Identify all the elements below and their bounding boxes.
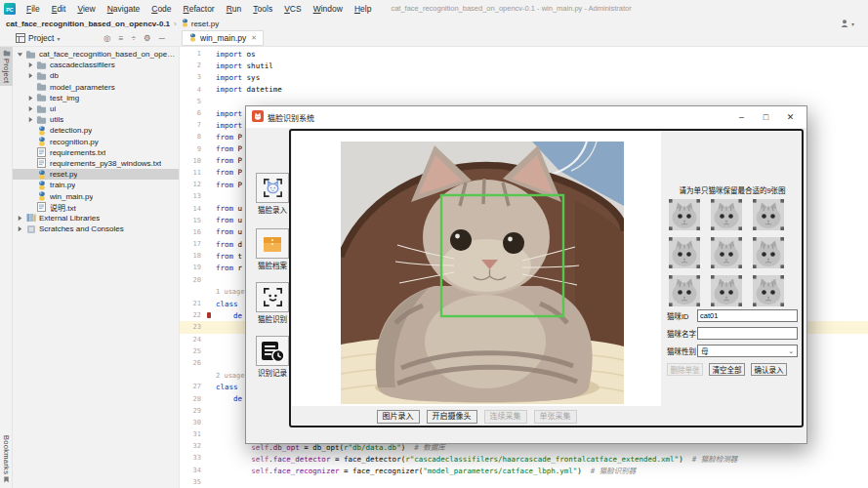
menu-help[interactable]: Help (349, 4, 377, 14)
camera-button-2[interactable]: 开启摄像头 (427, 410, 477, 424)
cat-gender-select[interactable]: 母 ⌄ (697, 345, 798, 357)
close-icon[interactable]: ✕ (251, 34, 257, 42)
vcs-user-menu[interactable]: ▾ (840, 19, 854, 28)
maximize-button[interactable]: □ (754, 106, 778, 128)
face-scan-icon (256, 282, 289, 312)
hide-panel-icon[interactable]: ─ (159, 33, 165, 43)
clear-all-button[interactable]: 清空全部 (709, 363, 745, 376)
tree-item-external-libraries[interactable]: External Libraries (13, 213, 179, 224)
menu-vcs[interactable]: VCS (278, 4, 307, 14)
tree-item-cascadeclassifilers[interactable]: cascadeclassifilers (13, 60, 179, 70)
camera-view (292, 132, 661, 406)
menu-run[interactable]: Run (221, 4, 248, 14)
confirm-entry-button[interactable]: 确认录入 (751, 363, 787, 376)
bookmark-marker-icon[interactable] (207, 312, 211, 318)
archive-box-icon (256, 228, 289, 259)
menu-view[interactable]: View (71, 4, 101, 14)
code-line-35: 35 (180, 476, 868, 488)
scratch-icon (24, 224, 37, 234)
tree-item-utils[interactable]: utils (13, 114, 179, 125)
tree-item-detection-py[interactable]: detection.py (13, 125, 179, 136)
project-toolwindow-header[interactable]: Project ▾ (16, 30, 60, 46)
cat-id-input[interactable] (697, 309, 798, 322)
cat-thumbnail-3[interactable] (753, 199, 784, 230)
code-line-2: 2import shutil (180, 60, 868, 71)
cat-gender-value: 母 (701, 346, 709, 356)
cat-info-form: 猫咪ID 猫咪名字 猫咪性别 母 ⌄ (667, 308, 798, 376)
txt-icon (35, 147, 48, 157)
sidebar-button-face-recognize[interactable]: 猫脸识别 (253, 282, 292, 324)
close-button[interactable]: ✕ (778, 106, 803, 128)
tree-item-recognition-py[interactable]: recognition.py (13, 137, 179, 147)
menu-code[interactable]: Code (145, 4, 177, 14)
cat-face-dialog: 猫脸识别系统 – □ ✕ 猫脸录入 (245, 105, 807, 444)
thumbnail-grid (669, 199, 784, 306)
breadcrumb-file-label: reset.py (191, 20, 219, 28)
cat-thumbnail-1[interactable] (669, 199, 700, 230)
tree-item-cat-face-recognition-based-on-opencv-0-1[interactable]: cat_face_recognition_based_on_opencv-0.1 (13, 49, 179, 60)
menu-bar: PC FileEditViewNavigateCodeRefactorRunTo… (0, 0, 868, 17)
code-line-34: 34 self.face_recognizer = face_recognize… (180, 465, 868, 476)
dialog-titlebar[interactable]: 猫脸识别系统 – □ ✕ (246, 106, 806, 128)
cat-thumbnail-8[interactable] (711, 275, 742, 306)
toolstrip-project-tab[interactable]: Project (0, 47, 13, 86)
chevron-down-icon: ▾ (57, 35, 60, 42)
expand-all-icon[interactable]: ≡ (118, 33, 123, 43)
sidebar-label: 猫脸识别 (253, 313, 292, 324)
settings-gear-icon[interactable]: ⚙ (144, 33, 151, 43)
sidebar-button-records[interactable]: 识别记录 (253, 336, 292, 378)
tree-item-test-img[interactable]: test_img (13, 93, 179, 103)
sidebar-button-face-entry[interactable]: 猫脸录入 (253, 173, 292, 215)
project-tree[interactable]: cat_face_recognition_based_on_opencv-0.1… (13, 47, 179, 488)
breadcrumb: cat_face_recognition_based_on_opencv-0.1… (0, 17, 868, 30)
locate-file-icon[interactable]: ◎ (103, 33, 110, 43)
breadcrumb-file[interactable]: reset.py (181, 19, 219, 29)
breadcrumb-project[interactable]: cat_face_recognition_based_on_opencv-0.1 (6, 20, 170, 28)
breadcrumb-separator: › (174, 20, 177, 28)
minimize-button[interactable]: – (729, 106, 754, 128)
toolstrip-bookmarks-tab[interactable]: Bookmarks (0, 432, 13, 486)
thumbnail-hint: 请为单只猫咪保留最合适的9张图 (663, 184, 802, 195)
menu-edit[interactable]: Edit (46, 4, 72, 14)
txt-icon (35, 202, 48, 212)
menu-file[interactable]: File (21, 4, 46, 14)
cat-photo (341, 142, 624, 404)
tree-item-txt[interactable]: 说明.txt (13, 202, 179, 213)
menu-refactor[interactable]: Refactor (178, 4, 221, 14)
tree-item-requirements-py38-windows-txt[interactable]: requirements_py38_windows.txt (13, 158, 179, 169)
tree-item-db[interactable]: db (13, 70, 179, 81)
menu-window[interactable]: Window (308, 4, 349, 14)
cat-thumbnail-4[interactable] (669, 237, 700, 268)
py-icon (35, 126, 48, 136)
folder-icon (24, 50, 37, 60)
form-actions: 删除单张 清空全部 确认录入 (667, 363, 798, 376)
toolbar-row: Project ▾ ◎ ≡ ÷ ⚙ ─ win_main.py ✕ (0, 30, 868, 47)
folder-icon (35, 104, 48, 114)
tree-item-model-parameters[interactable]: model_parameters (13, 82, 179, 93)
window-title: cat_face_recognition_based_on_opencv-0.1… (391, 4, 631, 13)
menu-items: FileEditViewNavigateCodeRefactorRunTools… (21, 4, 377, 14)
toolwindow-icon (16, 33, 25, 43)
camera-button-1[interactable]: 图片录入 (377, 410, 420, 424)
cat-thumbnail-5[interactable] (711, 237, 742, 268)
cat-thumbnail-6[interactable] (753, 237, 784, 268)
camera-button-4: 单张采集 (534, 410, 577, 424)
cat-thumbnail-2[interactable] (711, 199, 742, 230)
tree-item-requirements-txt[interactable]: requirements.txt (13, 147, 179, 158)
menu-navigate[interactable]: Navigate (102, 4, 146, 14)
tree-item-reset-py[interactable]: reset.py (13, 169, 179, 180)
tree-item-ui[interactable]: ui (13, 103, 179, 114)
dialog-title: 猫脸识别系统 (268, 112, 314, 123)
editor-tab-win-main[interactable]: win_main.py ✕ (182, 30, 264, 46)
py-icon (35, 181, 48, 190)
cat-name-input[interactable] (697, 327, 798, 340)
tree-item-train-py[interactable]: train.py (13, 180, 179, 190)
menu-tools[interactable]: Tools (247, 4, 278, 14)
tree-item-win-main-py[interactable]: win_main.py (13, 190, 179, 201)
cat-thumbnail-7[interactable] (669, 275, 700, 306)
txt-icon (35, 158, 48, 168)
collapse-all-icon[interactable]: ÷ (131, 33, 136, 43)
cat-thumbnail-9[interactable] (753, 275, 784, 306)
sidebar-button-face-archive[interactable]: 猫脸档案 (253, 228, 292, 270)
tree-item-scratches-and-consoles[interactable]: Scratches and Consoles (13, 224, 179, 234)
